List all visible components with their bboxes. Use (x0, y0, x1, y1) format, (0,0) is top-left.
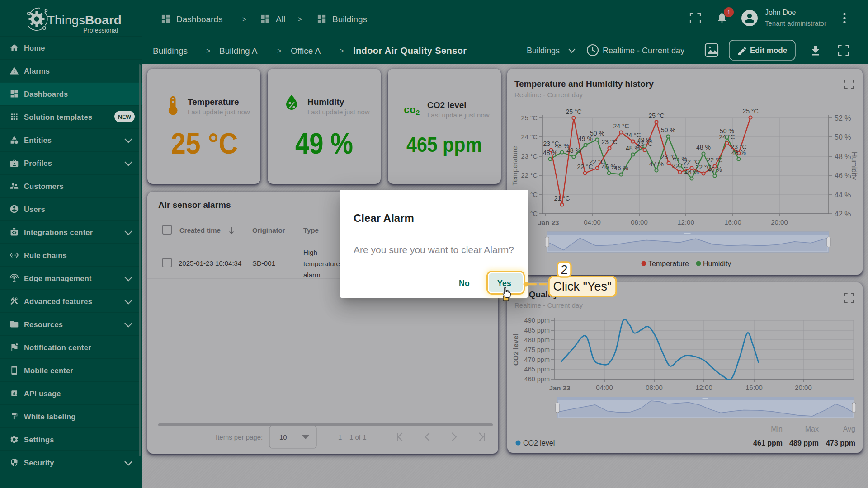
svg-text:Integrations center: Integrations center (24, 228, 93, 236)
svg-text:>: > (277, 47, 281, 55)
svg-text:Jan 23: Jan 23 (549, 384, 571, 392)
svg-text:Rule chains: Rule chains (24, 251, 67, 259)
svg-text:Users: Users (24, 205, 45, 213)
svg-text:Building A: Building A (219, 46, 258, 56)
svg-text:Realtime - Current day: Realtime - Current day (603, 46, 684, 55)
svg-text:CO2 level: CO2 level (427, 100, 467, 110)
svg-text:SD-001: SD-001 (252, 259, 275, 267)
svg-text:461 ppm: 461 ppm (753, 439, 783, 447)
svg-text:Mobile center: Mobile center (24, 366, 73, 375)
svg-text:22 °C: 22 °C (695, 164, 711, 171)
svg-text:46 %: 46 % (835, 172, 851, 179)
svg-text:>: > (340, 47, 344, 55)
svg-text:20:00: 20:00 (795, 384, 812, 391)
svg-text:04:00: 04:00 (596, 384, 613, 391)
svg-text:White labeling: White labeling (24, 413, 76, 421)
svg-text:>: > (242, 15, 246, 23)
svg-text:25 °C: 25 °C (742, 108, 758, 115)
svg-text:Customers: Customers (24, 182, 64, 190)
svg-text:Temperature: Temperature (648, 260, 689, 267)
svg-text:24 °C: 24 °C (521, 133, 538, 141)
svg-text:Humidity: Humidity (850, 152, 858, 180)
svg-text:Edit mode: Edit mode (750, 46, 787, 55)
svg-text:Last update just now: Last update just now (188, 108, 250, 116)
svg-text:>: > (298, 15, 302, 23)
svg-text:50 %: 50 % (590, 130, 604, 137)
svg-text:Type: Type (303, 226, 319, 234)
svg-text:CO2 level: CO2 level (512, 334, 519, 366)
svg-text:22 °C: 22 °C (589, 158, 605, 165)
svg-text:Last update just now: Last update just now (307, 108, 370, 116)
svg-text:Air sensor alarms: Air sensor alarms (158, 200, 231, 210)
svg-text:42 %: 42 % (835, 210, 851, 218)
svg-text:25 °C: 25 °C (648, 112, 664, 119)
svg-text:25 °C: 25 °C (171, 127, 238, 160)
svg-text:Office A: Office A (291, 46, 321, 56)
svg-text:470 ppm: 470 ppm (524, 356, 550, 363)
svg-text:08:00: 08:00 (646, 384, 663, 391)
svg-text:489 ppm: 489 ppm (789, 439, 819, 447)
svg-text:Dashboards: Dashboards (176, 14, 222, 24)
svg-text:1: 1 (727, 9, 730, 16)
svg-text:16:00: 16:00 (745, 384, 763, 391)
svg-text:CO2 level: CO2 level (523, 439, 555, 447)
svg-text:Indoor Air Quality Sensor: Indoor Air Quality Sensor (353, 46, 467, 56)
svg-text:24 °C: 24 °C (613, 122, 629, 130)
svg-text:24 °C: 24 °C (625, 131, 641, 139)
svg-text:co2: co2 (404, 105, 420, 117)
svg-text:Alarms: Alarms (24, 67, 50, 75)
svg-text:485 ppm: 485 ppm (524, 327, 550, 334)
svg-text:16:00: 16:00 (724, 218, 741, 226)
svg-text:1 – 1 of 1: 1 – 1 of 1 (338, 433, 367, 441)
svg-text:Entities: Entities (24, 136, 52, 144)
svg-text:04:00: 04:00 (584, 218, 601, 226)
svg-text:Edge management: Edge management (24, 274, 92, 282)
svg-text:Temperature: Temperature (511, 146, 519, 185)
svg-text:24 °C: 24 °C (719, 133, 735, 141)
svg-text:23 °C: 23 °C (660, 153, 676, 160)
svg-text:48 %: 48 % (566, 147, 581, 154)
svg-text:Avg: Avg (843, 425, 855, 433)
svg-text:20:00: 20:00 (771, 218, 788, 226)
svg-text:Humidity: Humidity (307, 97, 344, 107)
svg-text:475 ppm: 475 ppm (524, 346, 550, 353)
svg-text:465 ppm: 465 ppm (524, 366, 550, 373)
svg-text:08:00: 08:00 (631, 218, 648, 226)
svg-text:2025-01-23 16:04:34: 2025-01-23 16:04:34 (179, 259, 241, 267)
svg-text:Temperature and Humidity histo: Temperature and Humidity history (514, 79, 654, 89)
svg-text:21 °C: 21 °C (554, 195, 570, 202)
svg-text:Realtime - Current day: Realtime - Current day (514, 91, 583, 99)
svg-text:10: 10 (279, 433, 287, 441)
svg-text:Last update just now: Last update just now (427, 111, 490, 119)
svg-text:Home: Home (24, 44, 45, 52)
svg-text:Temperature: Temperature (188, 97, 239, 107)
svg-text:Tenant administrator: Tenant administrator (765, 19, 826, 27)
svg-text:Buildings: Buildings (527, 46, 560, 55)
svg-text:460 ppm: 460 ppm (524, 375, 550, 383)
svg-text:480 ppm: 480 ppm (524, 336, 550, 343)
svg-text:23 °C: 23 °C (521, 153, 538, 160)
svg-text:46 %: 46 % (614, 164, 628, 172)
svg-text:23 °C: 23 °C (637, 140, 652, 147)
svg-text:23 °C: 23 °C (543, 140, 559, 147)
svg-text:2: 2 (561, 263, 567, 277)
svg-text:12:00: 12:00 (695, 384, 712, 391)
svg-text:48 %: 48 % (835, 153, 851, 160)
svg-text:John Doe: John Doe (765, 9, 796, 16)
svg-text:52 %: 52 % (835, 114, 851, 122)
svg-text:Buildings: Buildings (153, 46, 188, 56)
svg-text:25 °C: 25 °C (521, 114, 538, 122)
svg-text:API usage: API usage (24, 389, 61, 398)
svg-text:alarm: alarm (303, 271, 321, 279)
svg-text:temperature: temperature (303, 260, 340, 267)
svg-text:Items per page:: Items per page: (216, 433, 263, 441)
svg-text:22 °C: 22 °C (521, 172, 538, 179)
svg-text:25 °C: 25 °C (566, 108, 581, 115)
svg-text:Originator: Originator (252, 226, 285, 234)
svg-text:22 °C: 22 °C (707, 156, 722, 164)
svg-text:Advanced features: Advanced features (24, 297, 92, 305)
svg-text:Resources: Resources (24, 320, 63, 328)
svg-text:47 %: 47 % (649, 160, 664, 168)
svg-text:Profiles: Profiles (24, 159, 52, 167)
svg-text:Notification center: Notification center (24, 343, 91, 352)
